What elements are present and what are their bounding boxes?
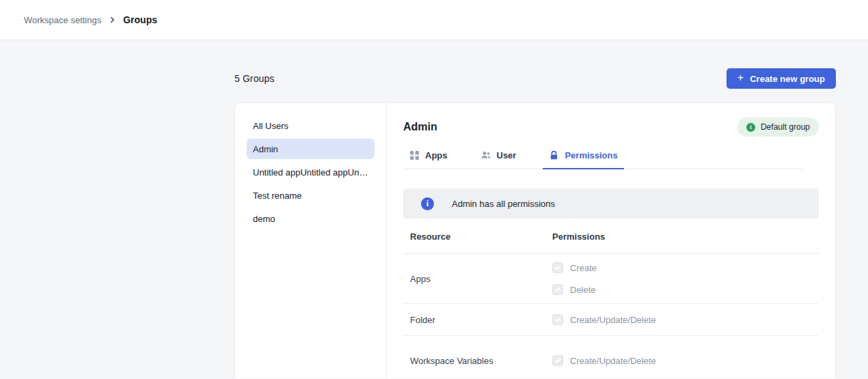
info-icon: i: [746, 123, 755, 132]
permission-label: Create/Update/Delete: [570, 315, 656, 325]
resource-name: Apps: [403, 274, 552, 284]
resource-name: Workspace Variables: [403, 356, 552, 366]
permission-item: Create/Update/Delete: [552, 350, 819, 371]
group-list-item-label: All Users: [253, 121, 288, 131]
permission-checkbox-group: Create/Update/Delete: [552, 309, 819, 331]
tab-user[interactable]: User: [474, 144, 523, 169]
create-new-group-button[interactable]: + Create new group: [727, 68, 836, 89]
group-list-item-untitled-appuntitled-appuntitl[interactable]: Untitled appUntitled appUntitled app: [247, 162, 375, 182]
group-list-item-label: demo: [253, 214, 275, 224]
breadcrumb-workspace-settings[interactable]: Workspace settings: [24, 15, 101, 25]
permission-item: Delete: [552, 279, 819, 300]
permission-checkbox: [552, 284, 563, 295]
permissions-table-row: Folder Create/Update/Delete: [403, 304, 819, 336]
permission-checkbox: [552, 355, 563, 366]
group-list-item-test-rename[interactable]: Test rename: [247, 185, 375, 206]
group-list-item-label: Test rename: [253, 191, 302, 201]
group-list-item-demo[interactable]: demo: [247, 208, 375, 229]
permission-checkbox-group: Create Delete: [552, 257, 819, 300]
permission-item: Create/Update/Delete: [552, 309, 819, 331]
resource-name: Folder: [403, 315, 552, 325]
group-list-item-admin[interactable]: Admin: [247, 139, 375, 159]
chevron-right-icon: [108, 16, 116, 24]
default-group-badge: i Default group: [737, 117, 819, 137]
permissions-column-header: Permissions: [552, 231, 819, 242]
permissions-table-body: Apps Create Delete Folder Create/Update/…: [403, 254, 819, 378]
group-detail-panel: Admin i Default group Apps User Permissi…: [387, 103, 835, 378]
permissions-table-row: Workspace Variables Create/Update/Delete: [403, 336, 819, 378]
group-title: Admin: [403, 121, 437, 133]
permission-label: Delete: [570, 285, 596, 295]
plus-icon: +: [737, 72, 744, 83]
permissions-table-header: Resource Permissions: [403, 219, 819, 254]
tab-bar: Apps User Permissions: [403, 144, 802, 169]
group-list-item-all-users[interactable]: All Users: [247, 115, 375, 136]
breadcrumb-groups: Groups: [123, 14, 157, 25]
permission-checkbox: [552, 262, 563, 273]
permissions-table-row: Apps Create Delete: [403, 254, 819, 304]
groups-toolbar: 5 Groups + Create new group: [234, 68, 836, 89]
apps-grid-icon: [409, 150, 420, 160]
create-new-group-label: Create new group: [750, 74, 825, 84]
groups-card: All Users Admin Untitled appUntitled app…: [234, 102, 836, 378]
tab-permissions[interactable]: Permissions: [543, 144, 623, 169]
users-icon: [480, 150, 491, 160]
permission-checkbox-group: Create/Update/Delete: [552, 350, 819, 371]
permissions-info-text: Admin has all permissions: [452, 199, 555, 209]
permissions-info-banner: i Admin has all permissions: [403, 188, 819, 219]
group-list-item-label: Untitled appUntitled appUntitled app: [253, 167, 368, 178]
group-list-item-label: Admin: [253, 144, 278, 154]
tab-label: Permissions: [565, 150, 617, 160]
tab-apps[interactable]: Apps: [403, 144, 454, 169]
group-count-label: 5 Groups: [234, 73, 274, 84]
tab-label: User: [497, 150, 517, 160]
top-bar: Workspace settings Groups: [0, 0, 868, 40]
resource-column-header: Resource: [403, 231, 552, 242]
tab-label: Apps: [425, 150, 448, 160]
lock-icon: [549, 150, 559, 160]
permission-label: Create: [570, 263, 597, 273]
info-icon: i: [421, 197, 434, 210]
group-list: All Users Admin Untitled appUntitled app…: [235, 103, 387, 378]
default-group-badge-label: Default group: [761, 122, 810, 132]
permission-item: Create: [552, 257, 819, 279]
group-detail-header: Admin i Default group: [403, 117, 819, 137]
permission-checkbox: [552, 314, 563, 325]
permission-label: Create/Update/Delete: [570, 356, 656, 366]
